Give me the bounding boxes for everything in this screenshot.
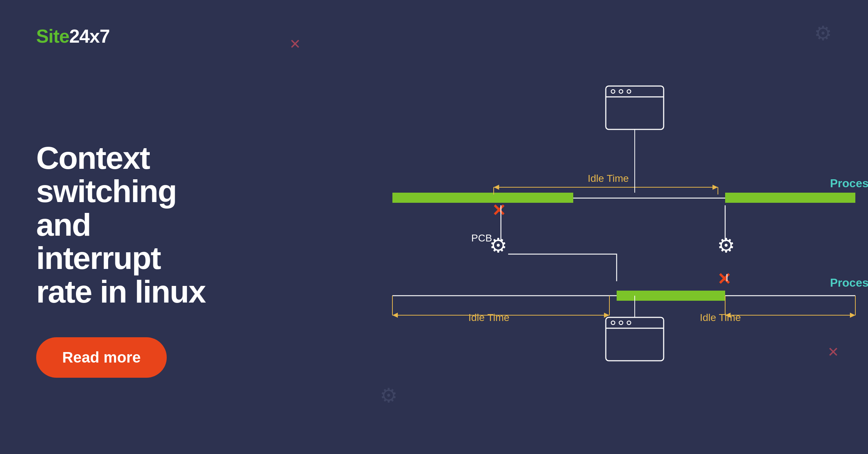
svg-marker-30 (392, 313, 398, 318)
svg-rect-11 (392, 193, 573, 203)
svg-text:Idle Time: Idle Time (588, 173, 629, 184)
svg-text:Process 2: Process 2 (830, 276, 868, 289)
context-switch-diagram: Process 1 Idle Time ✕ ⚙ PCB ⚙ ✕ (291, 64, 868, 390)
svg-text:Idle Time: Idle Time (700, 312, 741, 323)
deco-x-top: ✕ (289, 36, 301, 52)
svg-rect-26 (617, 291, 725, 301)
svg-text:Idle Time: Idle Time (468, 312, 510, 323)
left-panel: Site 24x7 Context switching and interrup… (0, 0, 235, 454)
svg-point-7 (611, 321, 615, 325)
svg-marker-16 (494, 185, 499, 190)
svg-text:⚙: ⚙ (717, 234, 735, 257)
main-title: Context switching and interrupt rate in … (36, 141, 206, 308)
deco-gear-top-right: ⚙ (814, 22, 832, 45)
svg-text:✕: ✕ (492, 201, 506, 220)
svg-point-3 (619, 90, 623, 93)
svg-point-9 (627, 321, 631, 325)
logo: Site 24x7 (36, 25, 110, 47)
read-more-button[interactable]: Read more (36, 337, 167, 378)
svg-text:✕: ✕ (717, 270, 731, 288)
svg-text:Process 1: Process 1 (830, 177, 868, 190)
svg-point-8 (619, 321, 623, 325)
right-panel: ✕ ✕ ⚙ ⚙ (235, 0, 868, 454)
svg-point-2 (611, 90, 615, 93)
logo-site-text: Site (36, 25, 69, 47)
page-container: Site 24x7 Context switching and interrup… (0, 0, 868, 454)
logo-numbers-text: 24x7 (69, 25, 110, 47)
svg-text:PCB: PCB (471, 232, 492, 244)
svg-point-4 (627, 90, 631, 93)
svg-marker-37 (850, 313, 855, 318)
svg-rect-12 (725, 193, 855, 203)
svg-marker-17 (712, 185, 718, 190)
